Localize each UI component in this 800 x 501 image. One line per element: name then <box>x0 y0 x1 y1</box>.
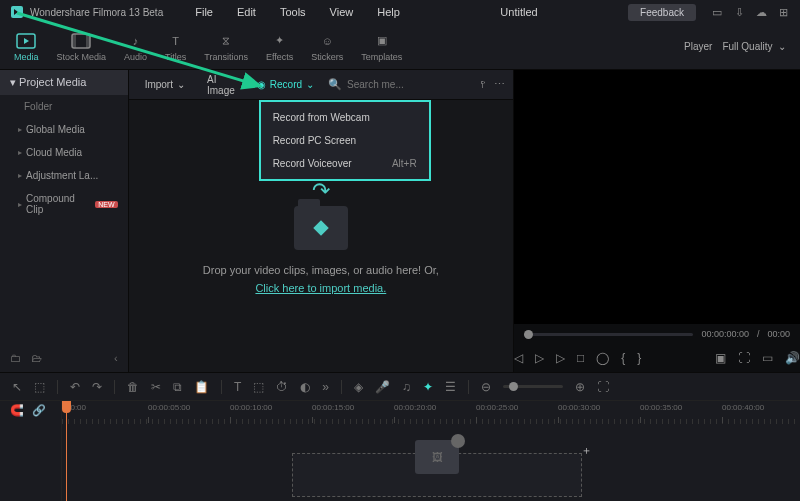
app-name: Wondershare Filmora 13 Beta <box>30 7 163 18</box>
delete-icon[interactable]: 🗑 <box>127 380 139 394</box>
timeline-tracks[interactable]: 00:00 00:00:05:00 00:00:10:00 00:00:15:0… <box>62 401 800 501</box>
loop-icon[interactable]: ◯ <box>596 351 609 365</box>
cut-icon[interactable]: ✂ <box>151 380 161 394</box>
sidebar-item-adjustment[interactable]: ▸Adjustment La... <box>0 164 128 187</box>
menu-edit[interactable]: Edit <box>227 3 266 21</box>
add-clip-icon[interactable]: ＋ <box>581 443 592 458</box>
paste-icon[interactable]: 📋 <box>194 380 209 394</box>
play-icon[interactable]: ▷ <box>535 351 544 365</box>
monitor-icon[interactable]: ▭ <box>708 3 726 21</box>
stickers-icon: ☺ <box>317 32 337 50</box>
sidebar-folder[interactable]: Folder <box>0 95 128 118</box>
mark-out-icon[interactable]: } <box>637 351 641 365</box>
quality-dropdown[interactable]: Full Quality ⌄ <box>722 41 786 52</box>
transitions-icon: ⧖ <box>216 32 236 50</box>
search-input[interactable] <box>347 79 474 90</box>
zoom-fit-icon[interactable]: ⛶ <box>597 380 609 394</box>
scrubber[interactable] <box>524 333 693 336</box>
text-icon[interactable]: T <box>234 380 241 394</box>
new-folder-icon[interactable]: 🗀 <box>10 352 21 364</box>
drop-text: Drop your video clips, images, or audio … <box>203 264 439 276</box>
copy-icon[interactable]: ⧉ <box>173 380 182 394</box>
zoom-in-icon[interactable]: ⊕ <box>575 380 585 394</box>
record-dropdown[interactable]: ◉ Record ⌄ <box>249 76 322 93</box>
templates-icon: ▣ <box>372 32 392 50</box>
record-webcam[interactable]: Record from Webcam <box>261 106 429 129</box>
magnet-icon[interactable]: 🧲 <box>10 404 24 417</box>
player-controls: ◁ ▷ ▷ □ ◯ { } ▣ ⛶ ▭ 🔊 <box>514 344 800 372</box>
redo-icon[interactable]: ↷ <box>92 380 102 394</box>
cloud-icon[interactable]: ☁ <box>752 3 770 21</box>
record-menu: Record from Webcam Record PC Screen Reco… <box>259 100 431 181</box>
svg-rect-4 <box>72 34 76 48</box>
link-icon[interactable]: 🔗 <box>32 404 46 417</box>
titlebar: Wondershare Filmora 13 Beta File Edit To… <box>0 0 800 24</box>
collapse-sidebar-icon[interactable]: ‹ <box>114 352 118 364</box>
sidebar-header[interactable]: ▾ Project Media <box>0 70 128 95</box>
tab-transitions[interactable]: ⧖ Transitions <box>204 32 248 62</box>
timeline: ↖ ⬚ ↶ ↷ 🗑 ✂ ⧉ 📋 T ⬚ ⏱ ◐ » ◈ 🎤 ♫ ✦ ☰ ⊖ ⊕ … <box>0 372 800 501</box>
filter-icon[interactable]: ⫯ <box>480 78 486 91</box>
tab-audio[interactable]: ♪ Audio <box>124 32 147 62</box>
tab-templates[interactable]: ▣ Templates <box>361 32 402 62</box>
ratio-icon[interactable]: ▭ <box>762 351 773 365</box>
undo-icon[interactable]: ↶ <box>70 380 80 394</box>
stock-icon <box>71 32 91 50</box>
tab-stickers[interactable]: ☺ Stickers <box>311 32 343 62</box>
timeline-toolbar: ↖ ⬚ ↶ ↷ 🗑 ✂ ⧉ 📋 T ⬚ ⏱ ◐ » ◈ 🎤 ♫ ✦ ☰ ⊖ ⊕ … <box>0 373 800 401</box>
record-screen[interactable]: Record PC Screen <box>261 129 429 152</box>
zoom-slider[interactable] <box>503 385 563 388</box>
menu-file[interactable]: File <box>185 3 223 21</box>
media-panel: Import ⌄ AI Image ◉ Record ⌄ 🔍 ⫯ ⋯ Recor… <box>129 70 513 372</box>
media-sidebar: ▾ Project Media Folder ▸Global Media ▸Cl… <box>0 70 129 372</box>
tab-titles[interactable]: T Titles <box>165 32 186 62</box>
mixer-icon[interactable]: ☰ <box>445 380 456 394</box>
playhead[interactable] <box>66 401 67 501</box>
marker-icon[interactable]: ◈ <box>354 380 363 394</box>
more-tools-icon[interactable]: » <box>322 380 329 394</box>
tab-effects[interactable]: ✦ Effects <box>266 32 293 62</box>
import-dropdown[interactable]: Import ⌄ <box>137 76 193 93</box>
next-frame-icon[interactable]: ▷ <box>556 351 565 365</box>
menu-view[interactable]: View <box>320 3 364 21</box>
mic-icon[interactable]: 🎤 <box>375 380 390 394</box>
effects-icon: ✦ <box>270 32 290 50</box>
preview-canvas[interactable] <box>514 70 800 324</box>
time-sep: / <box>757 329 760 339</box>
sidebar-item-global[interactable]: ▸Global Media <box>0 118 128 141</box>
prev-frame-icon[interactable]: ◁ <box>514 351 523 365</box>
grid-icon[interactable]: ⊞ <box>774 3 792 21</box>
media-toolbar: Import ⌄ AI Image ◉ Record ⌄ 🔍 ⫯ ⋯ <box>129 70 513 100</box>
stop-icon[interactable]: □ <box>577 351 584 365</box>
more-icon[interactable]: ⋯ <box>494 78 505 91</box>
music-icon[interactable]: ♫ <box>402 380 411 394</box>
zoom-out-icon[interactable]: ⊖ <box>481 380 491 394</box>
speed-icon[interactable]: ⏱ <box>276 380 288 394</box>
sidebar-item-compound[interactable]: ▸Compound ClipNEW <box>0 187 128 221</box>
time-total: 00:00 <box>767 329 790 339</box>
snapshot-icon[interactable]: ▣ <box>715 351 726 365</box>
folder-icon[interactable]: 🗁 <box>31 352 42 364</box>
menu-tools[interactable]: Tools <box>270 3 316 21</box>
crop-icon[interactable]: ⬚ <box>253 380 264 394</box>
time-ruler[interactable]: 00:00 00:00:05:00 00:00:10:00 00:00:15:0… <box>62 401 800 427</box>
color-icon[interactable]: ◐ <box>300 380 310 394</box>
import-link[interactable]: Click here to import media. <box>255 282 386 294</box>
tab-stock-media[interactable]: Stock Media <box>57 32 107 62</box>
menu-help[interactable]: Help <box>367 3 410 21</box>
tab-media[interactable]: Media <box>14 32 39 62</box>
ai-image-button[interactable]: AI Image <box>199 71 243 99</box>
mark-in-icon[interactable]: { <box>621 351 625 365</box>
pointer-icon[interactable]: ↖ <box>12 380 22 394</box>
select-icon[interactable]: ⬚ <box>34 380 45 394</box>
volume-icon[interactable]: 🔊 <box>785 351 800 365</box>
fullscreen-icon[interactable]: ⛶ <box>738 351 750 365</box>
titles-icon: T <box>166 32 186 50</box>
ai-icon[interactable]: ✦ <box>423 380 433 394</box>
placeholder-clip[interactable]: 🖼 ＋ <box>292 453 582 497</box>
feedback-button[interactable]: Feedback <box>628 4 696 21</box>
download-icon[interactable]: ⇩ <box>730 3 748 21</box>
sidebar-item-cloud[interactable]: ▸Cloud Media <box>0 141 128 164</box>
search-icon: 🔍 <box>328 78 342 91</box>
record-voiceover[interactable]: Record VoiceoverAlt+R <box>261 152 429 175</box>
